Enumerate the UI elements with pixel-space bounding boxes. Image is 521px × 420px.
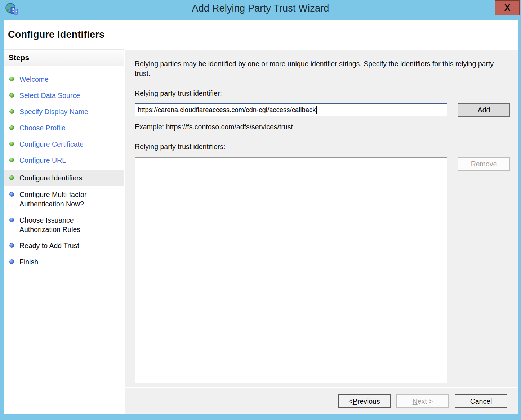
text-caret	[316, 106, 317, 114]
identifier-input-value: https://carena.cloudflareaccess.com/cdn-…	[138, 106, 316, 114]
sidebar-step: Choose Issuance Authorization Rules	[9, 215, 121, 234]
remove-button[interactable]: Remove	[458, 157, 510, 171]
wizard-dialog: Configure Identifiers Steps Welcome Sele…	[4, 20, 518, 414]
sidebar-step: Configure Certificate	[9, 139, 121, 149]
step-label: Ready to Add Trust	[19, 241, 79, 250]
sidebar-step: Configure Multi-factor Authentication No…	[9, 190, 121, 209]
main-panel: Relying parties may be identified by one…	[125, 50, 518, 387]
previous-prefix: <	[348, 397, 352, 406]
sidebar-step: Specify Display Name	[9, 107, 121, 116]
step-status-icon	[9, 142, 14, 146]
page-title: Configure Identifiers	[8, 29, 104, 40]
next-rest: ext >	[418, 397, 433, 406]
step-status-icon	[9, 109, 14, 114]
step-status-icon	[9, 243, 14, 248]
sidebar-step: Welcome	[9, 75, 121, 84]
step-label: Welcome	[19, 75, 49, 84]
step-label: Configure Multi-factor Authentication No…	[19, 190, 110, 209]
identifiers-listbox[interactable]	[135, 157, 447, 383]
steps-list: Welcome Select Data Source Specify Displ…	[4, 66, 124, 267]
step-status-icon	[9, 259, 14, 264]
example-text: Example: https://fs.contoso.com/adfs/ser…	[135, 123, 518, 131]
sidebar-step: Choose Profile	[9, 123, 121, 133]
steps-sidebar: Steps Welcome Select Data Source Specify…	[4, 49, 124, 414]
step-label: Choose Issuance Authorization Rules	[19, 215, 110, 234]
identifiers-list-label: Relying party trust identifiers:	[135, 143, 518, 151]
step-label: Configure URL	[19, 156, 66, 165]
step-status-icon	[9, 158, 14, 162]
step-label: Finish	[19, 257, 38, 267]
sidebar-step: Configure Identifiers	[4, 170, 124, 186]
sidebar-step: Configure URL	[9, 156, 121, 165]
step-status-icon	[9, 77, 14, 81]
previous-rest: revious	[357, 397, 380, 406]
step-status-icon	[9, 125, 14, 130]
window-title: Add Relying Party Trust Wizard	[0, 3, 521, 14]
step-status-icon	[9, 192, 14, 197]
footer-bar: < Previous Next > Cancel	[125, 388, 518, 414]
identifier-input[interactable]: https://carena.cloudflareaccess.com/cdn-…	[135, 103, 447, 116]
next-button[interactable]: Next >	[396, 394, 449, 408]
step-label: Configure Certificate	[19, 139, 84, 149]
intro-text: Relying parties may be identified by one…	[135, 59, 504, 79]
adfs-wizard-window: { "window": { "title": "Add Relying Part…	[0, 0, 521, 420]
step-label: Specify Display Name	[19, 107, 88, 116]
step-label: Select Data Source	[19, 91, 80, 100]
sidebar-step: Select Data Source	[9, 91, 121, 100]
previous-button[interactable]: < Previous	[338, 394, 391, 408]
step-label: Choose Profile	[19, 123, 66, 133]
steps-heading: Steps	[4, 49, 124, 66]
sidebar-step: Finish	[9, 257, 121, 267]
close-button[interactable]: X	[495, 0, 520, 15]
step-label: Configure Identifiers	[19, 173, 83, 183]
previous-accel: P	[353, 397, 357, 406]
title-bar: Add Relying Party Trust Wizard X	[0, 0, 521, 20]
add-button[interactable]: Add	[458, 103, 510, 117]
sidebar-step: Ready to Add Trust	[9, 241, 121, 250]
step-status-icon	[9, 218, 14, 222]
next-accel: N	[413, 397, 418, 406]
page-header: Configure Identifiers	[4, 20, 518, 49]
cancel-button[interactable]: Cancel	[455, 394, 507, 408]
step-status-icon	[9, 175, 14, 180]
step-status-icon	[9, 93, 14, 98]
identifier-label: Relying party trust identifier:	[135, 89, 518, 98]
